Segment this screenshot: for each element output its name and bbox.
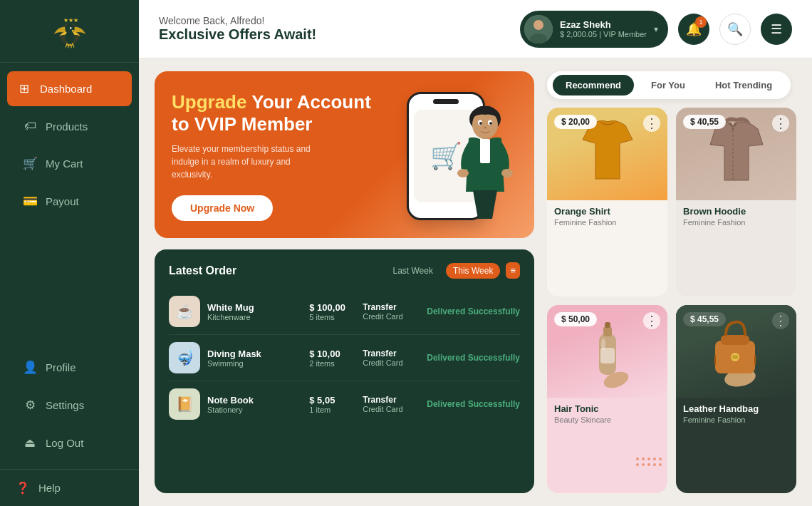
sidebar-item-mycart[interactable]: 🛒 My Cart	[7, 146, 132, 181]
order-price-block: $ 5,05 1 item	[309, 395, 355, 414]
sidebar-item-label: Profile	[46, 361, 76, 373]
product-card-leather-handbag[interactable]: $ 45,55 ⋮ Leather Handbag Feminine Fashi…	[676, 305, 796, 494]
product-info: Hair Tonic Beauty Skincare	[547, 398, 667, 431]
sidebar-item-dashboard[interactable]: ⊞ Dashboard	[7, 71, 132, 106]
order-category: Stationery	[207, 406, 302, 414]
promo-banner: Upgrade Your Account to VVIP Member Elev…	[155, 71, 534, 238]
tab-recommend[interactable]: Recommend	[553, 75, 634, 95]
product-name: Hair Tonic	[554, 403, 660, 414]
product-name: Leather Handbag	[683, 403, 789, 414]
payout-icon: 💳	[23, 194, 37, 209]
sidebar-item-products[interactable]: 🏷 Products	[7, 109, 132, 143]
user-card[interactable]: Ezaz Shekh $ 2,000.05 | VIP Member ▾	[520, 11, 668, 48]
products-icon: 🏷	[23, 119, 37, 133]
search-button[interactable]: 🔍	[719, 14, 751, 45]
table-row: ☕ White Mug Kitchenware $ 100,00 5 items…	[169, 289, 520, 335]
product-category: Feminine Fashion	[683, 218, 789, 227]
sidebar-item-label: Settings	[46, 399, 84, 411]
orders-header: Latest Order Last Week This Week ≡	[169, 262, 520, 279]
product-menu-icon[interactable]: ⋮	[643, 312, 660, 329]
product-card-orange-shirt[interactable]: $ 20,00 ⋮ Orange Shirt Feminine Fashion	[547, 108, 667, 296]
product-price: $ 50,00	[554, 312, 597, 326]
sidebar-item-profile[interactable]: 👤 Profile	[7, 350, 132, 385]
sidebar-item-logout[interactable]: ⏏ Log Out	[7, 425, 132, 460]
svg-rect-30	[732, 355, 738, 359]
filter-icon[interactable]: ≡	[506, 262, 520, 279]
content-area: Upgrade Your Account to VVIP Member Elev…	[139, 58, 812, 506]
order-thumbnail: 📔	[169, 388, 200, 420]
svg-rect-16	[480, 139, 490, 163]
sidebar-logo: ★★★	[0, 0, 139, 63]
help-label: Help	[38, 482, 61, 494]
user-balance: $ 2,000.05	[560, 30, 597, 38]
logo-icon: ★★★	[48, 13, 91, 52]
this-week-tab[interactable]: This Week	[446, 263, 500, 279]
order-info: Note Book Stationery	[207, 395, 302, 414]
order-category: Kitchenware	[207, 313, 302, 321]
order-status: Delivered Successfully	[427, 353, 520, 363]
last-week-tab[interactable]: Last Week	[385, 263, 439, 279]
svg-point-2	[65, 24, 75, 34]
dashboard-icon: ⊞	[17, 81, 31, 96]
svg-rect-28	[721, 335, 749, 345]
product-category: Feminine Fashion	[554, 218, 660, 227]
sidebar: ★★★ ⊞ Dashboard 🏷 Products 🛒 My Cart 💳 P…	[0, 0, 139, 506]
sidebar-help[interactable]: ❓ Help	[0, 469, 139, 506]
order-info: White Mug Kitchenware	[207, 302, 302, 321]
order-price: $ 100,00	[309, 302, 355, 313]
order-price-block: $ 100,00 5 items	[309, 302, 355, 321]
product-menu-icon[interactable]: ⋮	[772, 312, 789, 329]
sidebar-item-label: Products	[46, 120, 88, 133]
cart-icon: 🛒	[23, 156, 37, 171]
svg-point-17	[457, 169, 469, 177]
product-name: Orange Shirt	[554, 206, 660, 217]
svg-point-4	[71, 28, 72, 29]
sidebar-item-payout[interactable]: 💳 Payout	[7, 184, 132, 219]
transfer-label: Transfer	[363, 302, 420, 312]
tab-hottrending[interactable]: Hot Trending	[702, 75, 785, 95]
order-count: 5 items	[309, 313, 355, 321]
logout-icon: ⏏	[23, 435, 37, 450]
notification-button[interactable]: 🔔 1	[678, 14, 709, 45]
transfer-sub: Credit Card	[363, 405, 420, 413]
order-status: Delivered Successfully	[427, 399, 520, 409]
svg-point-14	[489, 122, 492, 125]
svg-rect-23	[605, 322, 610, 328]
order-transfer: Transfer Credit Card	[363, 302, 420, 321]
tab-foryou[interactable]: For You	[638, 75, 698, 95]
promo-text: Upgrade Your Account to VVIP Member Elev…	[172, 91, 375, 221]
product-info: Orange Shirt Feminine Fashion	[547, 200, 667, 234]
greeting-sub: Welcome Back, Alfredo!	[159, 15, 316, 26]
svg-rect-22	[603, 326, 612, 336]
order-name: Note Book	[207, 395, 302, 406]
products-grid: $ 20,00 ⋮ Orange Shirt Feminine Fashion	[547, 108, 796, 493]
dot-pattern	[636, 458, 662, 466]
menu-button[interactable]: ☰	[761, 14, 792, 45]
product-menu-icon[interactable]: ⋮	[772, 115, 789, 132]
main-content: Welcome Back, Alfredo! Exclusive Offers …	[139, 0, 812, 506]
dropdown-icon: ▾	[654, 24, 658, 34]
user-membership: VIP Member	[603, 30, 647, 38]
order-transfer: Transfer Credit Card	[363, 395, 420, 413]
svg-text:★★★: ★★★	[63, 17, 78, 24]
person-illustration	[453, 99, 517, 220]
promo-title: Upgrade Your Account to VVIP Member	[172, 91, 375, 135]
product-menu-icon[interactable]: ⋮	[643, 115, 660, 132]
transfer-sub: Credit Card	[363, 312, 420, 321]
upgrade-button[interactable]: Upgrade Now	[172, 195, 273, 221]
order-status: Delivered Successfully	[427, 306, 520, 316]
sidebar-item-settings[interactable]: ⚙ Settings	[7, 388, 132, 423]
profile-icon: 👤	[23, 360, 37, 375]
left-panel: Upgrade Your Account to VVIP Member Elev…	[155, 71, 534, 493]
sidebar-item-label: Log Out	[46, 437, 83, 449]
product-card-hair-tonic[interactable]: $ 50,00 ⋮ Hair Tonic Beauty Skincare	[547, 305, 667, 494]
table-row: 🤿 Diving Mask Swimming $ 10,00 2 items T…	[169, 335, 520, 381]
promo-illustration: 🛒	[375, 92, 517, 220]
order-price: $ 5,05	[309, 395, 355, 406]
order-name: Diving Mask	[207, 348, 302, 359]
product-card-brown-hoodie[interactable]: $ 40,55 ⋮ Brown Hoodie Feminine Fashion	[676, 108, 796, 296]
order-category: Swimming	[207, 359, 302, 368]
promo-upgrade-word: Upgrade	[172, 91, 246, 113]
orders-title: Latest Order	[169, 264, 236, 277]
product-price: $ 40,55	[683, 115, 726, 129]
